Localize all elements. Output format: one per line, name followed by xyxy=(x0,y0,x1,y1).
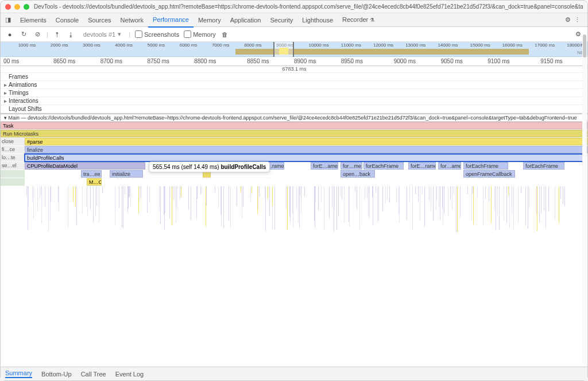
chevron-down-icon: ▾ xyxy=(118,30,121,38)
ruler-tick: 8800 ms xyxy=(194,58,216,64)
tab-performance[interactable]: Performance xyxy=(148,13,194,28)
ov-tick: 1000 ms xyxy=(18,43,36,48)
btab-summary[interactable]: Summary xyxy=(5,370,32,378)
perf-toolbar: ● ↻ ⊘ | ⭱ ⭳ devtools #1▾ | Screenshots M… xyxy=(1,27,587,42)
flame-side[interactable] xyxy=(1,178,25,186)
window-controls[interactable] xyxy=(5,4,29,10)
upload-icon[interactable]: ⭱ xyxy=(53,31,62,38)
btab-eventlog[interactable]: Event Log xyxy=(115,371,144,378)
ruler-tick: 8950 ms xyxy=(341,58,363,64)
tab-recorder[interactable]: Recorder ⚗ xyxy=(338,13,379,27)
track-layoutshifts[interactable]: Layout Shifts xyxy=(1,105,587,113)
summary-tabs: Summary Bottom-Up Call Tree Event Log xyxy=(1,367,587,380)
flame-cpumodel[interactable]: CPUProfileDataModel xyxy=(25,162,145,170)
ruler-tick: 9000 ms xyxy=(394,58,416,64)
flame-side[interactable] xyxy=(1,170,25,178)
timeline-overview[interactable]: 1000 ms 2000 ms 3000 ms 4000 ms 5000 ms … xyxy=(1,42,587,57)
tracks: Frames ▸Animations ▸Timings ▸Interaction… xyxy=(1,73,587,114)
flame-tooltip: 565.54 ms (self 14.49 ms) buildProfileCa… xyxy=(149,161,270,172)
ov-tick: 7000 ms xyxy=(212,43,230,48)
ruler-tick: 9050 ms xyxy=(441,58,463,64)
profile-select[interactable]: devtools #1▾ xyxy=(80,29,124,40)
memory-checkbox[interactable]: Memory xyxy=(184,30,216,38)
time-marker: 6783.1 ms xyxy=(283,66,307,72)
track-animations[interactable]: ▸Animations xyxy=(1,81,587,89)
time-ruler[interactable]: 00 ms 8650 ms 8700 ms 8750 ms 8800 ms 88… xyxy=(1,57,587,66)
gear-icon[interactable]: ⚙ xyxy=(574,30,583,38)
ruler-tick: 8900 ms xyxy=(294,58,316,64)
ov-tick: 15000 ms xyxy=(470,43,490,48)
tab-security[interactable]: Security xyxy=(265,13,297,27)
flame-frame[interactable]: forEachFrame xyxy=(463,162,508,170)
flame-frame[interactable]: forE…rame xyxy=(408,162,436,170)
tab-lighthouse[interactable]: Lighthouse xyxy=(297,13,338,27)
settings-icon[interactable]: ⚙ xyxy=(565,16,571,24)
flame-side[interactable]: close xyxy=(1,138,25,145)
devtools-tabs: ◨ Elements Console Sources Network Perfo… xyxy=(1,13,587,27)
tab-sources[interactable]: Sources xyxy=(83,13,115,27)
screenshots-checkbox[interactable]: Screenshots xyxy=(135,30,179,38)
flame-frame[interactable]: forEachFrame xyxy=(523,162,564,170)
main-thread-row[interactable]: ▾ Main — devtools://devtools/bundled/dev… xyxy=(1,114,587,122)
ov-tick: 8000 ms xyxy=(244,43,262,48)
tab-application[interactable]: Application xyxy=(226,13,266,27)
track-frames[interactable]: Frames xyxy=(1,73,587,81)
btab-calltree[interactable]: Call Tree xyxy=(81,371,106,378)
ov-tick: 10000 ms xyxy=(309,43,329,48)
close-icon[interactable] xyxy=(5,4,11,10)
flame-side[interactable]: lo…te xyxy=(1,154,25,161)
ov-tick: 16000 ms xyxy=(502,43,523,48)
ov-tick: 6000 ms xyxy=(180,43,198,48)
reload-icon[interactable]: ↻ xyxy=(19,30,28,38)
scrollbar-thumb[interactable] xyxy=(583,34,586,57)
flask-icon: ⚗ xyxy=(370,17,374,23)
track-timings[interactable]: ▸Timings xyxy=(1,89,587,97)
track-interactions[interactable]: ▸Interactions xyxy=(1,97,587,105)
flame-openframecb[interactable]: openFrameCallback xyxy=(463,170,515,178)
clear-icon[interactable]: ⊘ xyxy=(33,30,42,38)
scrollbar[interactable] xyxy=(582,34,587,365)
minimize-icon[interactable] xyxy=(14,4,20,10)
ruler-tick: 9150 ms xyxy=(540,58,562,64)
btab-bottomup[interactable]: Bottom-Up xyxy=(41,371,72,378)
ov-tick: 14000 ms xyxy=(438,43,458,48)
flame-microtasks[interactable]: Run Microtasks xyxy=(1,130,587,137)
flame-frame[interactable]: for…me xyxy=(341,162,362,170)
flame-buildprofilecalls-selected[interactable]: buildProfileCalls xyxy=(25,154,585,161)
tab-network[interactable]: Network xyxy=(116,13,148,27)
more-icon[interactable]: ⋮ xyxy=(574,16,581,24)
flame-frame[interactable]: for…ame xyxy=(438,162,461,170)
ruler-tick: 8700 ms xyxy=(100,58,122,64)
tab-memory[interactable]: Memory xyxy=(194,13,226,27)
flame-frame[interactable]: forE…ame xyxy=(311,162,338,170)
ov-tick: 2000 ms xyxy=(51,43,68,48)
overview-selection[interactable] xyxy=(273,42,294,57)
flame-task[interactable]: Task xyxy=(1,122,587,129)
flame-finalize[interactable]: finalize xyxy=(25,146,587,153)
download-icon[interactable]: ⭳ xyxy=(67,31,76,38)
ruler-tick: 00 ms xyxy=(3,58,19,64)
ov-tick: 17000 ms xyxy=(535,43,555,48)
flame-side[interactable]: fi…ce xyxy=(1,146,25,153)
inspect-icon[interactable]: ◨ xyxy=(4,16,12,24)
flame-side[interactable]: se…el xyxy=(1,162,25,170)
flame-parse[interactable]: #parse xyxy=(25,138,587,145)
record-icon[interactable]: ● xyxy=(5,31,14,38)
ov-tick: 13000 ms xyxy=(405,43,425,48)
flame-tra[interactable]: tra…ee xyxy=(81,170,102,178)
flame-openback[interactable]: open…back xyxy=(341,170,375,178)
flame-initialize[interactable]: initialize xyxy=(110,170,143,178)
tab-elements[interactable]: Elements xyxy=(16,13,51,27)
flame-chart[interactable]: Task Run Microtasks close #parse fi…ce f… xyxy=(1,122,587,359)
ov-tick: 12000 ms xyxy=(373,43,393,48)
flame-frame[interactable]: forEachFrame xyxy=(363,162,404,170)
trash-icon[interactable]: 🗑 xyxy=(220,31,230,38)
flame-lower[interactable] xyxy=(1,186,587,359)
zoom-icon[interactable] xyxy=(24,4,29,10)
flame-mc[interactable]: M…C xyxy=(87,178,102,186)
ov-tick: 11000 ms xyxy=(341,43,361,48)
ov-tick: 3000 ms xyxy=(83,43,100,48)
ruler-tick: 8850 ms xyxy=(247,58,269,64)
ov-tick: 5000 ms xyxy=(148,43,165,48)
tab-console[interactable]: Console xyxy=(51,13,83,27)
